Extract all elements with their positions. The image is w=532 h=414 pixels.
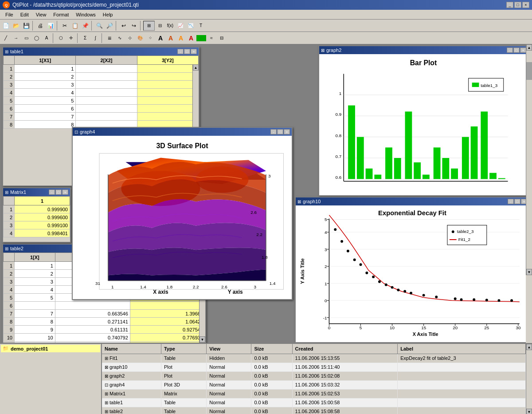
graph2-max[interactable]: □: [513, 47, 520, 53]
tb-fill-green[interactable]: [196, 35, 206, 41]
proj-row-table2[interactable]: ⊞ table2 Table Normal 0.0 kB 11.06.2006 …: [102, 407, 526, 414]
tb-open[interactable]: 📂: [11, 21, 21, 31]
main-scroll-up[interactable]: ▲: [526, 44, 532, 51]
tb-print[interactable]: 🖨: [35, 21, 45, 31]
proj-col-created[interactable]: Created: [292, 344, 398, 354]
menu-file[interactable]: File: [2, 10, 17, 19]
bottom-scroll-up[interactable]: ▲: [526, 344, 532, 350]
matrix1-maximize[interactable]: □: [55, 189, 62, 195]
graph10-max[interactable]: □: [514, 199, 520, 204]
proj-label-fit1: ExpDecay2 fit of table2_3: [398, 354, 526, 363]
tb-3d-surface[interactable]: ⊹: [125, 33, 135, 43]
tb-text[interactable]: T: [196, 21, 206, 31]
tb-label-a2[interactable]: A: [166, 33, 176, 43]
tb-zoom-in[interactable]: 🔍: [94, 21, 104, 31]
tb-cut[interactable]: ✂: [60, 21, 70, 31]
dp-17: [435, 296, 438, 298]
tb-3d-bars[interactable]: ≡: [105, 33, 114, 43]
tb-label-a4[interactable]: A: [186, 33, 196, 43]
matrix1-col1[interactable]: 1: [15, 197, 70, 205]
tb-func[interactable]: f(x): [165, 21, 175, 31]
proj-col-name[interactable]: Name: [102, 344, 161, 354]
table1-col2[interactable]: 2[X2]: [76, 56, 137, 65]
proj-col-view[interactable]: View: [207, 344, 251, 354]
tb-draw-arrow[interactable]: →: [11, 33, 21, 43]
table1-maximize[interactable]: □: [184, 49, 190, 54]
tb-3d-cross[interactable]: ✛: [66, 33, 76, 43]
matrix1-close[interactable]: ×: [62, 189, 68, 195]
scroll-up-arrow[interactable]: ▲: [193, 64, 199, 71]
menu-format[interactable]: Format: [50, 10, 72, 19]
bar-y-tick-1: 1: [339, 91, 341, 96]
tb-draw-line[interactable]: ╱: [1, 33, 11, 43]
tb-table[interactable]: ⊞: [143, 21, 155, 31]
tb-draw-rect[interactable]: ▭: [21, 33, 31, 43]
tb-formula[interactable]: Σ: [80, 33, 90, 43]
table1-title-bar[interactable]: ⊞ table1 - □ ×: [3, 47, 199, 55]
proj-row-fit1[interactable]: ⊞ Fit1 Table Hidden 0.0 kB 11.06.2006 15…: [102, 354, 526, 363]
menu-help[interactable]: Help: [99, 10, 117, 19]
main-scrollbar-right[interactable]: ▲ ▼: [526, 44, 532, 346]
graph4-close[interactable]: ×: [284, 129, 290, 134]
proj-row-matrix1[interactable]: ⊞ Matrix1 Matrix Normal 0.0 kB 11.06.200…: [102, 389, 526, 398]
tb-draw-text[interactable]: A: [42, 33, 51, 43]
graph2-minimize[interactable]: -: [507, 47, 513, 53]
t2-scroll-down[interactable]: ▼: [200, 336, 205, 343]
project-item-demo[interactable]: 📁 demo_project01: [1, 345, 100, 352]
graph4-minimize[interactable]: -: [270, 129, 277, 134]
close-button[interactable]: ×: [522, 2, 529, 8]
table1-col3[interactable]: 3[Y2]: [137, 56, 198, 65]
tb-label-a3[interactable]: A: [176, 33, 186, 43]
tb-new[interactable]: 📄: [1, 21, 11, 31]
maximize-button[interactable]: □: [514, 2, 521, 8]
proj-col-label[interactable]: Label: [398, 344, 526, 354]
matrix1-title-bar[interactable]: ⊞ Matrix1 - □ ×: [3, 188, 70, 196]
proj-row-graph2[interactable]: ⊠ graph2 Plot Normal 0.0 kB 11.06.2006 1…: [102, 371, 526, 380]
tb-paste[interactable]: 📌: [80, 21, 90, 31]
graph2-close[interactable]: ×: [520, 47, 526, 53]
tb-plot2d[interactable]: 📈: [176, 21, 185, 31]
main-scrollbar-thumb[interactable]: [526, 62, 532, 80]
bottom-scrollbar-right[interactable]: ▲ ▼: [526, 344, 532, 414]
proj-row-table1[interactable]: ⊞ table1 Table Normal 0.0 kB 11.06.2006 …: [102, 398, 526, 407]
proj-size-fit1: 0.0 kB: [251, 354, 292, 363]
tb-palette[interactable]: 🎨: [135, 33, 145, 43]
tb-undo[interactable]: ↩: [119, 21, 129, 31]
graph4-maximize[interactable]: □: [277, 129, 283, 134]
tb-3d-ribbon[interactable]: ∿: [115, 33, 125, 43]
graph10-title-bar[interactable]: ⊠ graph10 - □ ×: [296, 197, 529, 205]
proj-row-graph4[interactable]: ⊡ graph4 Plot 3D Normal 0.0 kB 11.06.200…: [102, 380, 526, 389]
tb-draw-ellipse[interactable]: ◯: [31, 33, 41, 43]
tb-connect[interactable]: ≈: [207, 33, 216, 43]
table2-col1[interactable]: 1[X]: [15, 253, 55, 262]
graph10-minimize[interactable]: -: [508, 199, 514, 204]
proj-row-graph10[interactable]: ⊠ graph10 Plot Normal 0.0 kB 11.06.2006 …: [102, 363, 526, 371]
x-tick-18: 1.8: [166, 284, 172, 289]
menu-windows[interactable]: Windows: [72, 10, 99, 19]
tb-copy[interactable]: 📋: [70, 21, 80, 31]
tb-scatter[interactable]: ⁘: [145, 33, 155, 43]
tb-matrix[interactable]: ⊟: [155, 21, 165, 31]
graph2-title-bar[interactable]: ⊠ graph2 - □ ×: [319, 46, 528, 54]
menu-view[interactable]: View: [32, 10, 50, 19]
tb-redo[interactable]: ↪: [129, 21, 139, 31]
table1-col1[interactable]: 1[X1]: [15, 56, 76, 65]
tb-stats[interactable]: ∫: [90, 33, 100, 43]
bottom-scroll-down[interactable]: ▼: [526, 409, 532, 414]
tb-3d-box[interactable]: ⬡: [56, 33, 66, 43]
table1-close[interactable]: ×: [191, 49, 197, 54]
tb-save[interactable]: 💾: [21, 21, 31, 31]
tb-zoom-out[interactable]: 🔎: [105, 21, 114, 31]
proj-col-type[interactable]: Type: [161, 344, 206, 354]
tb-label-a[interactable]: A: [156, 33, 165, 43]
menu-edit[interactable]: Edit: [17, 10, 32, 19]
main-scroll-down[interactable]: ▼: [526, 269, 532, 275]
tb-plot3d[interactable]: 📉: [186, 21, 196, 31]
graph4-title-bar[interactable]: ⊡ graph4 - □ ×: [73, 128, 292, 136]
matrix1-minimize[interactable]: -: [49, 189, 55, 195]
minimize-button[interactable]: _: [506, 2, 513, 8]
tb-export[interactable]: 📊: [46, 21, 55, 31]
tb-grid[interactable]: ⊟: [217, 33, 227, 43]
table1-minimize[interactable]: -: [177, 49, 184, 54]
proj-col-size[interactable]: Size: [251, 344, 292, 354]
